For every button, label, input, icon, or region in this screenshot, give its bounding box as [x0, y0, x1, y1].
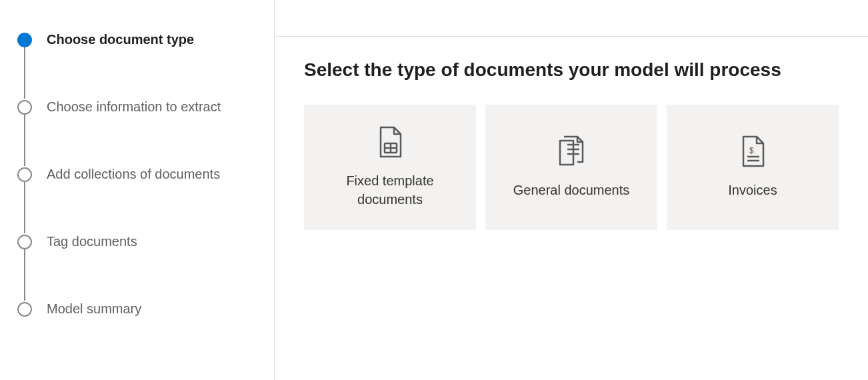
step-add-collections[interactable]: Add collections of documents: [17, 167, 254, 234]
page-title: Select the type of documents your model …: [304, 59, 839, 81]
svg-text:$: $: [749, 146, 754, 155]
step-model-summary[interactable]: Model summary: [17, 301, 254, 317]
step-indicator-icon: [17, 167, 32, 182]
step-indicator-icon: [17, 235, 32, 249]
main-panel: Select the type of documents your model …: [274, 0, 868, 380]
card-invoices[interactable]: $ Invoices: [667, 105, 839, 230]
step-connector: [24, 47, 25, 99]
step-indicator-icon: [17, 100, 32, 115]
step-choose-information[interactable]: Choose information to extract: [17, 99, 254, 167]
main-content: Select the type of documents your model …: [275, 37, 868, 253]
step-connector: [24, 114, 25, 166]
wizard-sidebar: Choose document type Choose information …: [0, 0, 274, 380]
step-label: Choose document type: [47, 32, 194, 47]
step-label: Model summary: [47, 301, 141, 317]
card-label: Fixed template documents: [317, 171, 463, 209]
card-general-documents[interactable]: General documents: [485, 105, 657, 230]
step-label: Add collections of documents: [47, 167, 220, 182]
step-choose-document-type[interactable]: Choose document type: [17, 32, 254, 99]
step-connector: [24, 181, 25, 233]
wizard-steps-list: Choose document type Choose information …: [17, 32, 254, 317]
document-template-icon: [375, 126, 405, 159]
document-invoice-icon: $: [738, 135, 767, 169]
step-indicator-icon: [17, 302, 32, 317]
document-general-icon: [557, 135, 586, 169]
step-label: Choose information to extract: [47, 99, 221, 115]
card-label: General documents: [513, 181, 630, 199]
card-fixed-template-documents[interactable]: Fixed template documents: [304, 105, 476, 230]
step-connector: [24, 249, 25, 301]
step-label: Tag documents: [47, 234, 137, 249]
card-label: Invoices: [728, 181, 777, 199]
document-type-cards: Fixed template documents General documen…: [304, 105, 839, 230]
step-tag-documents[interactable]: Tag documents: [17, 234, 254, 301]
step-indicator-icon: [17, 33, 32, 47]
